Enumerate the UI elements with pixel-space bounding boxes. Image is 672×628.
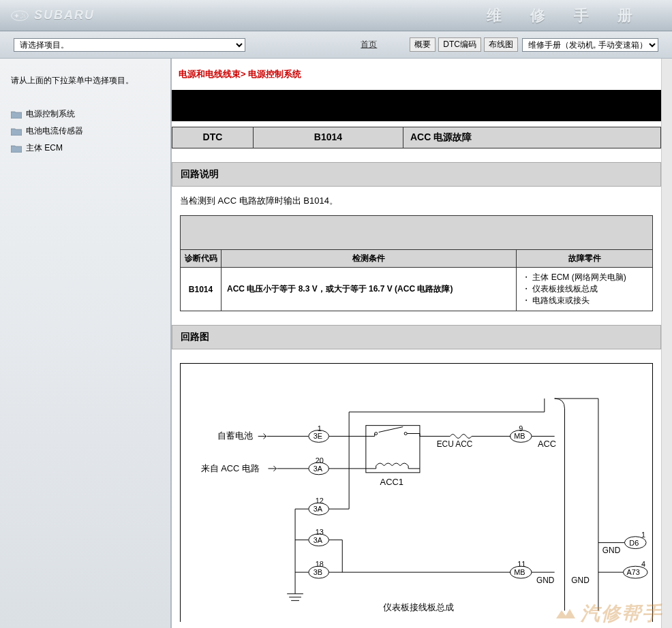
black-bar bbox=[172, 90, 661, 121]
th-cond: 检测条件 bbox=[222, 250, 517, 268]
circuit-diagram: 自蓄电池 1 3E 来自 ACC 电路 20 3A bbox=[180, 363, 653, 622]
manual-select[interactable]: 维修手册（发动机, 手动变速箱） bbox=[522, 38, 658, 52]
summary-button[interactable]: 概要 bbox=[410, 37, 436, 52]
svg-text:1: 1 bbox=[641, 531, 645, 539]
td-code: B1014 bbox=[181, 268, 222, 311]
svg-text:9: 9 bbox=[519, 424, 523, 433]
section-header-circuit-desc: 回路说明 bbox=[172, 162, 661, 187]
th-parts: 故障零件 bbox=[517, 250, 653, 268]
svg-text:3A: 3A bbox=[314, 465, 323, 473]
sidebar-item-label: 电源控制系统 bbox=[26, 108, 75, 120]
svg-text:1: 1 bbox=[318, 424, 322, 433]
circuit-desc-text: 当检测到 ACC 电路故障时输出 B1014。 bbox=[172, 195, 661, 215]
svg-text:12: 12 bbox=[316, 497, 324, 505]
project-select[interactable]: 请选择项目。 bbox=[14, 38, 245, 52]
svg-point-5 bbox=[20, 17, 22, 18]
svg-text:GND: GND bbox=[536, 576, 554, 585]
svg-text:18: 18 bbox=[316, 560, 324, 568]
sidebar-item-battery-sensor[interactable]: 电池电流传感器 bbox=[11, 125, 159, 137]
svg-text:GND: GND bbox=[571, 576, 589, 585]
svg-text:GND: GND bbox=[602, 546, 620, 555]
subaru-logo-icon bbox=[11, 10, 29, 22]
td-cond: ACC 电压小于等于 8.3 V，或大于等于 16.7 V (ACC 电路故障) bbox=[222, 268, 517, 311]
home-link[interactable]: 首页 bbox=[361, 39, 377, 50]
svg-line-18 bbox=[379, 427, 403, 433]
section-header-circuit-diagram: 回路图 bbox=[172, 325, 661, 349]
svg-text:ECU ACC: ECU ACC bbox=[437, 439, 473, 449]
svg-text:A73: A73 bbox=[626, 568, 639, 576]
sidebar-item-label: 主体 ECM bbox=[26, 142, 63, 154]
svg-text:3B: 3B bbox=[314, 568, 322, 576]
svg-text:MB: MB bbox=[514, 568, 525, 576]
svg-point-17 bbox=[375, 433, 378, 435]
label-from-battery: 自蓄电池 bbox=[217, 430, 253, 441]
header-title: 维 修 手 册 bbox=[487, 5, 645, 26]
svg-text:3E: 3E bbox=[314, 432, 322, 440]
scrollbar[interactable] bbox=[661, 59, 672, 628]
svg-text:仪表板接线板总成: 仪表板接线板总成 bbox=[383, 603, 454, 613]
th-diag-code: 诊断代码 bbox=[181, 250, 222, 268]
breadcrumb: 电源和电线线束> 电源控制系统 bbox=[172, 59, 661, 90]
sidebar-item-label: 电池电流传感器 bbox=[26, 125, 83, 137]
svg-text:3A: 3A bbox=[314, 536, 323, 544]
sidebar-item-main-ecm[interactable]: 主体 ECM bbox=[11, 142, 159, 154]
svg-text:ACC1: ACC1 bbox=[380, 477, 403, 487]
app-header: SUBARU 维 修 手 册 bbox=[0, 0, 672, 31]
svg-text:D6: D6 bbox=[629, 539, 639, 547]
brand-text: SUBARU bbox=[34, 8, 95, 22]
dtc-label: DTC bbox=[172, 127, 254, 148]
svg-text:3A: 3A bbox=[314, 505, 323, 513]
svg-text:ACC: ACC bbox=[538, 439, 556, 449]
svg-point-19 bbox=[404, 433, 407, 435]
svg-point-3 bbox=[22, 16, 24, 18]
svg-text:MB: MB bbox=[514, 432, 525, 440]
dtc-button[interactable]: DTC编码 bbox=[438, 37, 481, 52]
folder-icon bbox=[11, 127, 22, 136]
dtc-header-row: DTC B1014 ACC 电源故障 bbox=[172, 127, 661, 148]
toolbar: 请选择项目。 首页 概要 DTC编码 布线图 维修手册（发动机, 手动变速箱） bbox=[0, 31, 672, 59]
sidebar-item-power-control[interactable]: 电源控制系统 bbox=[11, 108, 159, 120]
svg-point-2 bbox=[24, 14, 25, 16]
sidebar-hint: 请从上面的下拉菜单中选择项目。 bbox=[11, 75, 159, 87]
sidebar: 请从上面的下拉菜单中选择项目。 电源控制系统 电池电流传感器 主体 ECM bbox=[0, 59, 172, 628]
svg-point-1 bbox=[22, 13, 23, 14]
diagnosis-table: 诊断代码 检测条件 故障零件 B1014 ACC 电压小于等于 8.3 V，或大… bbox=[180, 215, 653, 311]
svg-text:20: 20 bbox=[316, 456, 324, 465]
label-from-acc: 来自 ACC 电路 bbox=[201, 463, 260, 473]
wiring-button[interactable]: 布线图 bbox=[484, 37, 518, 52]
svg-point-0 bbox=[12, 10, 29, 20]
dtc-title: ACC 电源故障 bbox=[403, 127, 661, 148]
dtc-code: B1014 bbox=[254, 127, 403, 148]
svg-text:13: 13 bbox=[316, 528, 324, 536]
svg-point-4 bbox=[25, 16, 26, 18]
folder-icon bbox=[11, 144, 22, 153]
content-panel: 电源和电线线束> 电源控制系统 DTC B1014 ACC 电源故障 回路说明 … bbox=[172, 59, 672, 628]
td-parts: 主体 ECM (网络网关电脑) 仪表板接线板总成 电路线束或接头 bbox=[517, 268, 653, 311]
svg-text:11: 11 bbox=[517, 560, 525, 568]
folder-icon bbox=[11, 110, 22, 119]
